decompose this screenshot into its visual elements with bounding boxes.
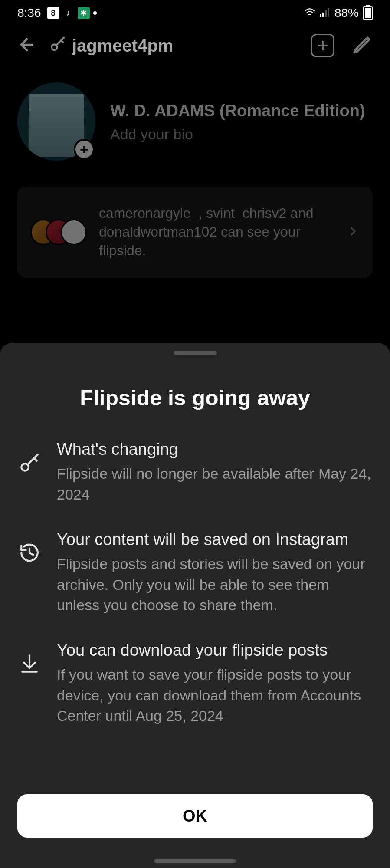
header-title-wrap: jagmeet4pm [49, 36, 298, 56]
svg-rect-0 [320, 14, 321, 17]
svg-rect-2 [325, 10, 327, 17]
bottom-sheet: Flipside is going away What's changing F… [0, 343, 390, 868]
home-indicator[interactable] [154, 859, 236, 863]
notif-icon-3: ✱ [78, 7, 90, 19]
profile-info: W. D. ADAMS (Romance Edition) Add your b… [110, 100, 373, 143]
edit-icon[interactable] [352, 34, 373, 57]
svg-rect-3 [328, 8, 329, 17]
profile-header: jagmeet4pm [0, 26, 390, 65]
back-icon[interactable] [17, 35, 36, 56]
svg-rect-1 [322, 13, 324, 17]
sheet-text: You can download your flipside posts If … [57, 640, 373, 727]
viewer-avatar-3 [61, 219, 87, 245]
sheet-item-title: Your content will be saved on Instagram [57, 529, 373, 550]
avatar-add-icon[interactable]: + [74, 139, 95, 160]
notif-icon-1: 8 [47, 7, 59, 19]
sheet-item-download: You can download your flipside posts If … [17, 640, 373, 727]
sheet-item-content-saved: Your content will be saved on Instagram … [17, 529, 373, 616]
profile-bio-prompt[interactable]: Add your bio [110, 126, 373, 143]
battery-icon [363, 6, 373, 20]
sheet-item-title: What's changing [57, 439, 373, 460]
viewers-card[interactable]: cameronargyle_, svint_chrisv2 and donald… [17, 187, 373, 278]
status-bar: 8:36 8 ♪ ✱ 88% [0, 0, 390, 26]
signal-icon [320, 6, 330, 20]
sheet-items: What's changing Flipside will no longer … [17, 439, 373, 727]
profile-section: + W. D. ADAMS (Romance Edition) Add your… [0, 65, 390, 174]
ok-button[interactable]: OK [17, 794, 373, 838]
sheet-text: Your content will be saved on Instagram … [57, 529, 373, 616]
download-icon [17, 653, 42, 674]
notif-dot [93, 11, 97, 15]
sheet-item-title: You can download your flipside posts [57, 640, 373, 661]
sheet-text: What's changing Flipside will no longer … [57, 439, 373, 505]
tiktok-icon: ♪ [63, 7, 74, 19]
sheet-item-body: If you want to save your flipside posts … [57, 664, 373, 727]
history-icon [17, 542, 42, 564]
header-username: jagmeet4pm [72, 36, 173, 56]
status-right: 88% [304, 6, 373, 20]
key-icon [49, 36, 66, 56]
profile-display-name: W. D. ADAMS (Romance Edition) [110, 100, 373, 122]
chevron-right-icon [347, 222, 360, 243]
status-notif-icons: 8 ♪ ✱ [47, 7, 97, 19]
sheet-item-body: Flipside posts and stories will be saved… [57, 554, 373, 616]
viewers-text: cameronargyle_, svint_chrisv2 and donald… [99, 204, 334, 260]
avatar-wrap[interactable]: + [17, 82, 95, 161]
wifi-icon [304, 6, 315, 20]
create-button[interactable] [311, 34, 334, 57]
status-time: 8:36 [17, 6, 41, 20]
profile-row: + W. D. ADAMS (Romance Edition) Add your… [17, 82, 373, 161]
status-left: 8:36 8 ♪ ✱ [17, 6, 97, 20]
sheet-title: Flipside is going away [17, 385, 373, 411]
sheet-item-body: Flipside will no longer be available aft… [57, 464, 373, 505]
sheet-drag-handle[interactable] [174, 351, 217, 355]
key-icon [17, 452, 42, 473]
sheet-item-whats-changing: What's changing Flipside will no longer … [17, 439, 373, 505]
battery-pct: 88% [334, 6, 359, 20]
header-actions [311, 34, 373, 57]
viewer-avatars [30, 219, 87, 245]
